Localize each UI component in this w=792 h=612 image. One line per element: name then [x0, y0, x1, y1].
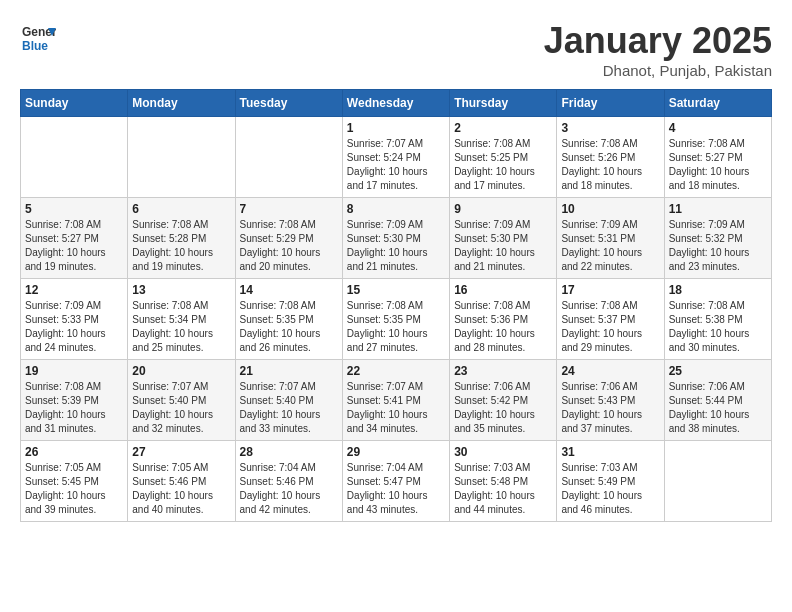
calendar-table: SundayMondayTuesdayWednesdayThursdayFrid… — [20, 89, 772, 522]
day-info: Sunrise: 7:05 AM Sunset: 5:46 PM Dayligh… — [132, 461, 230, 517]
weekday-header-monday: Monday — [128, 90, 235, 117]
day-info: Sunrise: 7:08 AM Sunset: 5:37 PM Dayligh… — [561, 299, 659, 355]
weekday-header-saturday: Saturday — [664, 90, 771, 117]
day-cell-12: 12Sunrise: 7:09 AM Sunset: 5:33 PM Dayli… — [21, 279, 128, 360]
day-info: Sunrise: 7:05 AM Sunset: 5:45 PM Dayligh… — [25, 461, 123, 517]
day-number: 23 — [454, 364, 552, 378]
day-info: Sunrise: 7:08 AM Sunset: 5:25 PM Dayligh… — [454, 137, 552, 193]
day-cell-26: 26Sunrise: 7:05 AM Sunset: 5:45 PM Dayli… — [21, 441, 128, 522]
day-info: Sunrise: 7:08 AM Sunset: 5:26 PM Dayligh… — [561, 137, 659, 193]
day-number: 22 — [347, 364, 445, 378]
day-cell-23: 23Sunrise: 7:06 AM Sunset: 5:42 PM Dayli… — [450, 360, 557, 441]
day-number: 7 — [240, 202, 338, 216]
day-number: 19 — [25, 364, 123, 378]
day-cell-1: 1Sunrise: 7:07 AM Sunset: 5:24 PM Daylig… — [342, 117, 449, 198]
logo-icon: General Blue — [20, 20, 56, 56]
day-info: Sunrise: 7:07 AM Sunset: 5:40 PM Dayligh… — [132, 380, 230, 436]
day-info: Sunrise: 7:08 AM Sunset: 5:27 PM Dayligh… — [25, 218, 123, 274]
day-info: Sunrise: 7:04 AM Sunset: 5:47 PM Dayligh… — [347, 461, 445, 517]
day-info: Sunrise: 7:08 AM Sunset: 5:35 PM Dayligh… — [347, 299, 445, 355]
day-info: Sunrise: 7:06 AM Sunset: 5:44 PM Dayligh… — [669, 380, 767, 436]
day-info: Sunrise: 7:08 AM Sunset: 5:39 PM Dayligh… — [25, 380, 123, 436]
day-number: 18 — [669, 283, 767, 297]
day-number: 5 — [25, 202, 123, 216]
day-number: 29 — [347, 445, 445, 459]
day-info: Sunrise: 7:08 AM Sunset: 5:27 PM Dayligh… — [669, 137, 767, 193]
day-info: Sunrise: 7:03 AM Sunset: 5:48 PM Dayligh… — [454, 461, 552, 517]
day-cell-7: 7Sunrise: 7:08 AM Sunset: 5:29 PM Daylig… — [235, 198, 342, 279]
day-info: Sunrise: 7:08 AM Sunset: 5:38 PM Dayligh… — [669, 299, 767, 355]
day-number: 17 — [561, 283, 659, 297]
weekday-header-sunday: Sunday — [21, 90, 128, 117]
day-number: 13 — [132, 283, 230, 297]
calendar-subtitle: Dhanot, Punjab, Pakistan — [544, 62, 772, 79]
day-number: 14 — [240, 283, 338, 297]
day-info: Sunrise: 7:08 AM Sunset: 5:29 PM Dayligh… — [240, 218, 338, 274]
weekday-header-row: SundayMondayTuesdayWednesdayThursdayFrid… — [21, 90, 772, 117]
day-info: Sunrise: 7:03 AM Sunset: 5:49 PM Dayligh… — [561, 461, 659, 517]
day-info: Sunrise: 7:09 AM Sunset: 5:32 PM Dayligh… — [669, 218, 767, 274]
day-cell-14: 14Sunrise: 7:08 AM Sunset: 5:35 PM Dayli… — [235, 279, 342, 360]
day-info: Sunrise: 7:09 AM Sunset: 5:31 PM Dayligh… — [561, 218, 659, 274]
day-cell-20: 20Sunrise: 7:07 AM Sunset: 5:40 PM Dayli… — [128, 360, 235, 441]
day-cell-17: 17Sunrise: 7:08 AM Sunset: 5:37 PM Dayli… — [557, 279, 664, 360]
day-number: 1 — [347, 121, 445, 135]
day-cell-31: 31Sunrise: 7:03 AM Sunset: 5:49 PM Dayli… — [557, 441, 664, 522]
day-cell-19: 19Sunrise: 7:08 AM Sunset: 5:39 PM Dayli… — [21, 360, 128, 441]
week-row-3: 12Sunrise: 7:09 AM Sunset: 5:33 PM Dayli… — [21, 279, 772, 360]
day-info: Sunrise: 7:08 AM Sunset: 5:35 PM Dayligh… — [240, 299, 338, 355]
day-cell-25: 25Sunrise: 7:06 AM Sunset: 5:44 PM Dayli… — [664, 360, 771, 441]
svg-text:Blue: Blue — [22, 39, 48, 53]
day-info: Sunrise: 7:06 AM Sunset: 5:42 PM Dayligh… — [454, 380, 552, 436]
weekday-header-thursday: Thursday — [450, 90, 557, 117]
day-cell-27: 27Sunrise: 7:05 AM Sunset: 5:46 PM Dayli… — [128, 441, 235, 522]
day-number: 24 — [561, 364, 659, 378]
day-cell-21: 21Sunrise: 7:07 AM Sunset: 5:40 PM Dayli… — [235, 360, 342, 441]
day-number: 12 — [25, 283, 123, 297]
day-number: 10 — [561, 202, 659, 216]
day-cell-5: 5Sunrise: 7:08 AM Sunset: 5:27 PM Daylig… — [21, 198, 128, 279]
page-header: General Blue January 2025 Dhanot, Punjab… — [20, 20, 772, 79]
day-number: 6 — [132, 202, 230, 216]
day-cell-15: 15Sunrise: 7:08 AM Sunset: 5:35 PM Dayli… — [342, 279, 449, 360]
day-info: Sunrise: 7:04 AM Sunset: 5:46 PM Dayligh… — [240, 461, 338, 517]
day-info: Sunrise: 7:09 AM Sunset: 5:30 PM Dayligh… — [347, 218, 445, 274]
day-cell-16: 16Sunrise: 7:08 AM Sunset: 5:36 PM Dayli… — [450, 279, 557, 360]
day-cell-2: 2Sunrise: 7:08 AM Sunset: 5:25 PM Daylig… — [450, 117, 557, 198]
week-row-4: 19Sunrise: 7:08 AM Sunset: 5:39 PM Dayli… — [21, 360, 772, 441]
day-cell-8: 8Sunrise: 7:09 AM Sunset: 5:30 PM Daylig… — [342, 198, 449, 279]
day-cell-6: 6Sunrise: 7:08 AM Sunset: 5:28 PM Daylig… — [128, 198, 235, 279]
day-info: Sunrise: 7:09 AM Sunset: 5:30 PM Dayligh… — [454, 218, 552, 274]
week-row-1: 1Sunrise: 7:07 AM Sunset: 5:24 PM Daylig… — [21, 117, 772, 198]
day-info: Sunrise: 7:08 AM Sunset: 5:36 PM Dayligh… — [454, 299, 552, 355]
empty-cell — [128, 117, 235, 198]
day-number: 4 — [669, 121, 767, 135]
empty-cell — [664, 441, 771, 522]
calendar-title: January 2025 — [544, 20, 772, 62]
day-info: Sunrise: 7:07 AM Sunset: 5:24 PM Dayligh… — [347, 137, 445, 193]
weekday-header-friday: Friday — [557, 90, 664, 117]
logo: General Blue — [20, 20, 60, 56]
day-number: 11 — [669, 202, 767, 216]
day-cell-13: 13Sunrise: 7:08 AM Sunset: 5:34 PM Dayli… — [128, 279, 235, 360]
day-number: 16 — [454, 283, 552, 297]
day-number: 9 — [454, 202, 552, 216]
empty-cell — [235, 117, 342, 198]
day-number: 3 — [561, 121, 659, 135]
day-number: 27 — [132, 445, 230, 459]
day-number: 26 — [25, 445, 123, 459]
day-cell-10: 10Sunrise: 7:09 AM Sunset: 5:31 PM Dayli… — [557, 198, 664, 279]
day-number: 2 — [454, 121, 552, 135]
day-number: 28 — [240, 445, 338, 459]
title-block: January 2025 Dhanot, Punjab, Pakistan — [544, 20, 772, 79]
empty-cell — [21, 117, 128, 198]
day-info: Sunrise: 7:08 AM Sunset: 5:34 PM Dayligh… — [132, 299, 230, 355]
day-info: Sunrise: 7:08 AM Sunset: 5:28 PM Dayligh… — [132, 218, 230, 274]
day-info: Sunrise: 7:07 AM Sunset: 5:41 PM Dayligh… — [347, 380, 445, 436]
day-cell-9: 9Sunrise: 7:09 AM Sunset: 5:30 PM Daylig… — [450, 198, 557, 279]
weekday-header-tuesday: Tuesday — [235, 90, 342, 117]
day-number: 8 — [347, 202, 445, 216]
day-cell-4: 4Sunrise: 7:08 AM Sunset: 5:27 PM Daylig… — [664, 117, 771, 198]
day-cell-11: 11Sunrise: 7:09 AM Sunset: 5:32 PM Dayli… — [664, 198, 771, 279]
week-row-2: 5Sunrise: 7:08 AM Sunset: 5:27 PM Daylig… — [21, 198, 772, 279]
